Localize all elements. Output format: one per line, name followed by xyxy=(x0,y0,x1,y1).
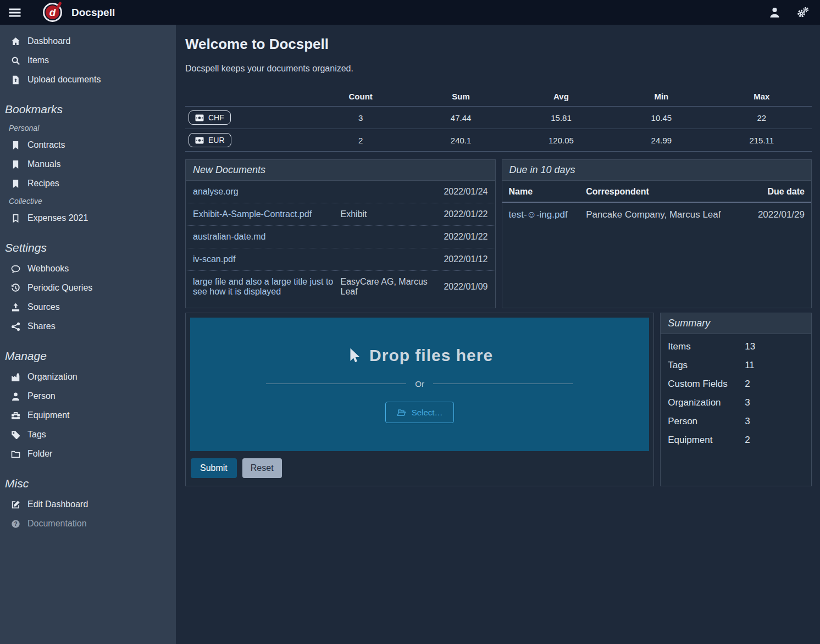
stat-count: 3 xyxy=(311,107,411,129)
stat-max: 22 xyxy=(712,107,812,129)
person-icon xyxy=(11,392,20,401)
summary-row: Organization 3 xyxy=(661,393,811,412)
stats-header-avg: Avg xyxy=(511,87,611,107)
sidebar-item-edit-dashboard[interactable]: Edit Dashboard xyxy=(0,495,176,514)
sidebar-item-shares[interactable]: Shares xyxy=(0,317,176,336)
sidebar-heading-manage: Manage xyxy=(0,336,176,367)
docspell-logo-icon[interactable]: d xyxy=(43,3,62,22)
share-icon xyxy=(11,322,20,331)
sidebar-item-documentation[interactable]: ? Documentation xyxy=(0,514,176,533)
currency-badge[interactable]: CHF xyxy=(189,110,231,125)
menu-icon[interactable] xyxy=(8,6,21,19)
due-date: 2022/01/29 xyxy=(740,202,811,227)
sidebar-item-label: Sources xyxy=(27,302,60,312)
due-header-row: Name Correspondent Due date xyxy=(502,182,812,202)
edit-icon xyxy=(11,500,20,509)
upload-panel: Drop files here Or Select… xyxy=(185,313,654,486)
sidebar-item-organization[interactable]: Organization xyxy=(0,368,176,386)
sidebar-item-equipment[interactable]: Equipment xyxy=(0,406,176,425)
divider-line xyxy=(433,384,573,384)
sidebar-item-person[interactable]: Person xyxy=(0,387,176,406)
industry-icon xyxy=(11,373,20,382)
document-date: 2022/01/12 xyxy=(436,254,488,264)
document-link[interactable]: analyse.org xyxy=(193,187,337,197)
sidebar-item-bookmark-manuals[interactable]: Manuals xyxy=(0,155,176,174)
sidebar-item-label: Tags xyxy=(27,430,46,440)
sidebar-item-upload-documents[interactable]: Upload documents xyxy=(0,70,176,89)
summary-label: Tags xyxy=(668,360,745,371)
sidebar-item-items[interactable]: Items xyxy=(0,51,176,70)
sidebar-item-folder[interactable]: Folder xyxy=(0,445,176,463)
due-document-link[interactable]: test-☺-ing.pdf xyxy=(502,202,580,227)
stat-min: 10.45 xyxy=(611,107,711,129)
sidebar-item-label: Documentation xyxy=(27,519,87,529)
due-panel-title: Due in 10 days xyxy=(502,160,812,181)
app-root: d Docspell Dasbhoard xyxy=(0,0,820,644)
submit-button[interactable]: Submit xyxy=(191,458,237,478)
or-label: Or xyxy=(415,379,424,388)
dropzone-title-row: Drop files here xyxy=(346,346,493,365)
sidebar-item-label: Organization xyxy=(27,372,77,382)
sidebar-item-sources[interactable]: Sources xyxy=(0,298,176,317)
document-link[interactable]: iv-scan.pdf xyxy=(193,254,337,264)
document-link[interactable]: Exhibit-A-Sample-Contract.pdf xyxy=(193,209,337,219)
stats-row-chf: CHF 3 47.44 15.81 10.45 22 xyxy=(185,107,812,129)
document-date: 2022/01/22 xyxy=(436,232,488,242)
stats-header-empty xyxy=(185,87,311,107)
document-row: large file and also a large title just t… xyxy=(186,271,495,303)
file-dropzone[interactable]: Drop files here Or Select… xyxy=(190,318,649,451)
summary-row: Tags 11 xyxy=(661,356,811,375)
select-files-button[interactable]: Select… xyxy=(385,402,455,423)
page-subtitle: Docspell keeps your documents organized. xyxy=(185,64,812,74)
reset-button[interactable]: Reset xyxy=(242,458,282,478)
sidebar-item-tags[interactable]: Tags xyxy=(0,425,176,444)
file-upload-icon xyxy=(11,75,20,85)
document-date: 2022/01/24 xyxy=(436,187,488,197)
sidebar-item-periodic-queries[interactable]: Periodic Queries xyxy=(0,279,176,297)
sidebar-item-label: Manuals xyxy=(27,159,60,169)
bookmark-outline-icon xyxy=(11,214,20,223)
app-title: Docspell xyxy=(71,7,115,19)
stat-count: 2 xyxy=(311,129,411,152)
document-date: 2022/01/22 xyxy=(436,209,488,219)
sidebar-item-dashboard[interactable]: Dasbhoard xyxy=(0,32,176,51)
document-row: analyse.org 2022/01/24 xyxy=(186,181,495,203)
money-bill-icon xyxy=(195,137,204,144)
sidebar-item-label: Expenses 2021 xyxy=(27,213,88,223)
bookmark-icon xyxy=(11,160,20,169)
mouse-pointer-icon xyxy=(346,347,361,364)
sidebar-item-bookmark-contracts[interactable]: Contracts xyxy=(0,136,176,154)
summary-value: 3 xyxy=(745,416,804,427)
document-link[interactable]: large file and also a large title just t… xyxy=(193,277,337,297)
document-meta: Exhibit xyxy=(341,209,433,219)
sidebar-item-label: Contracts xyxy=(27,140,65,150)
document-row: iv-scan.pdf 2022/01/12 xyxy=(186,248,495,271)
sidebar-item-bookmark-recipes[interactable]: Recipes xyxy=(0,174,176,193)
sidebar-item-webhooks[interactable]: Webhooks xyxy=(0,259,176,278)
summary-value: 13 xyxy=(745,341,804,352)
divider-line xyxy=(266,384,406,384)
stats-header-row: Count Sum Avg Min Max xyxy=(185,87,812,107)
upload-icon xyxy=(11,303,20,312)
due-header-correspondent: Correspondent xyxy=(579,182,740,202)
due-correspondent: Pancake Company, Marcus Leaf xyxy=(579,202,740,227)
due-header-date: Due date xyxy=(740,182,811,202)
summary-row: Equipment 2 xyxy=(661,431,811,449)
logo-accent xyxy=(56,2,62,9)
tag-icon xyxy=(11,430,20,440)
user-icon[interactable] xyxy=(769,7,780,18)
sidebar-item-label: Folder xyxy=(27,449,52,459)
currency-badge[interactable]: EUR xyxy=(189,133,231,147)
stat-sum: 47.44 xyxy=(411,107,511,129)
sidebar-item-bookmark-expenses-2021[interactable]: Expenses 2021 xyxy=(0,209,176,227)
new-documents-title: New Documents xyxy=(186,160,495,181)
document-link[interactable]: australian-date.md xyxy=(193,232,337,242)
cogs-icon[interactable] xyxy=(797,7,808,18)
stat-min: 24.99 xyxy=(611,129,711,152)
summary-label: Custom Fields xyxy=(668,379,745,390)
stat-sum: 240.1 xyxy=(411,129,511,152)
due-header-name: Name xyxy=(502,182,580,202)
summary-label: Organization xyxy=(668,397,745,408)
summary-value: 11 xyxy=(745,360,804,371)
summary-panel: Summary Items 13 Tags 11 Custom Fields 2 xyxy=(660,313,812,486)
